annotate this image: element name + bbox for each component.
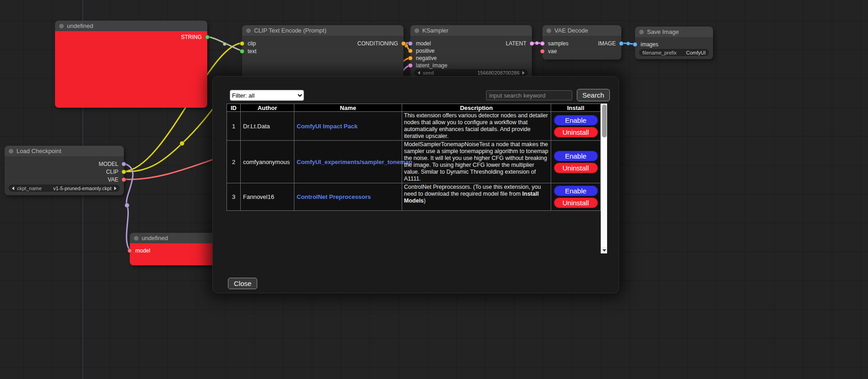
extension-link[interactable]: ControlNet Preprocessors bbox=[297, 193, 371, 200]
output-row-image: IMAGE bbox=[542, 40, 621, 47]
node-load-checkpoint[interactable]: Load Checkpoint MODEL CLIP VAE ckpt_name… bbox=[5, 146, 124, 195]
widget-next-icon[interactable] bbox=[114, 187, 116, 190]
node-header[interactable]: Load Checkpoint bbox=[5, 146, 124, 156]
vae-output-port[interactable] bbox=[122, 177, 126, 182]
enable-button[interactable]: Enable bbox=[554, 115, 598, 126]
reroute-dot[interactable] bbox=[626, 42, 630, 45]
extension-author: comfyanonymous bbox=[241, 141, 294, 183]
widget-label: ckpt_name bbox=[17, 186, 42, 191]
port-label: LATENT bbox=[506, 40, 526, 47]
latent-image-input-port[interactable] bbox=[408, 63, 413, 68]
model-output-port[interactable] bbox=[122, 162, 126, 166]
input-row-negative: negative bbox=[410, 55, 477, 61]
filename-prefix-widget[interactable]: filename_prefix ComfyUI bbox=[639, 49, 709, 56]
reroute-dot[interactable] bbox=[180, 141, 184, 146]
seed-widget[interactable]: seed 156680208700286 bbox=[415, 69, 528, 76]
scroll-down-icon bbox=[603, 249, 606, 252]
node-collapse-dot-icon[interactable] bbox=[415, 28, 419, 33]
negative-input-port[interactable] bbox=[408, 56, 413, 60]
reroute-dot[interactable] bbox=[223, 42, 227, 46]
extension-author: Fannovel16 bbox=[241, 183, 294, 211]
description-text: This extension offers various detector n… bbox=[404, 112, 548, 139]
node-header[interactable]: undefined bbox=[55, 21, 207, 31]
description-text: ModelSamplerTonemapNoiseTest a node that… bbox=[404, 141, 548, 182]
uninstall-button[interactable]: Uninstall bbox=[554, 127, 598, 137]
port-label: CONDITIONING bbox=[357, 40, 398, 47]
node-collapse-dot-icon[interactable] bbox=[134, 236, 138, 241]
output-row-conditioning: CONDITIONING bbox=[242, 40, 404, 47]
node-undefined-top[interactable]: undefined STRING bbox=[55, 21, 207, 108]
node-title: undefined bbox=[67, 22, 93, 29]
extensions-table: ID Author Name Description Install 1 Dr.… bbox=[227, 104, 601, 211]
uninstall-button[interactable]: Uninstall bbox=[554, 163, 598, 173]
extension-row: 1 Dr.Lt.Data ComfyUI Impact Pack This ex… bbox=[227, 112, 601, 141]
extension-link[interactable]: ComfyUI Impact Pack bbox=[297, 123, 358, 130]
header-author: Author bbox=[241, 104, 294, 112]
node-vae-decode[interactable]: VAE Decode samples vae IMAGE bbox=[542, 25, 621, 60]
extension-id: 2 bbox=[227, 141, 241, 183]
description-suffix: ) bbox=[424, 198, 426, 204]
node-header[interactable]: CLIP Text Encode (Prompt) bbox=[242, 25, 404, 36]
header-description: Description bbox=[402, 104, 551, 112]
filter-select[interactable]: Filter: all bbox=[230, 90, 304, 101]
node-collapse-dot-icon[interactable] bbox=[547, 28, 551, 33]
node-header[interactable]: Save Image bbox=[635, 27, 713, 37]
vae-input-port[interactable] bbox=[540, 49, 545, 54]
reroute-dot[interactable] bbox=[535, 41, 539, 45]
extensions-table-scroll-area[interactable]: ID Author Name Description Install 1 Dr.… bbox=[227, 104, 607, 253]
widget-value: 156680208700286 bbox=[477, 70, 520, 76]
ckpt-name-widget[interactable]: ckpt_name v1-5-pruned-emaonly.ckpt bbox=[9, 185, 120, 192]
port-label: images bbox=[641, 41, 658, 48]
header-id: ID bbox=[227, 104, 241, 112]
enable-button[interactable]: Enable bbox=[554, 151, 598, 161]
widget-label: filename_prefix bbox=[642, 50, 677, 55]
positive-input-port[interactable] bbox=[408, 49, 413, 53]
model-input-port[interactable] bbox=[127, 248, 132, 253]
node-collapse-dot-icon[interactable] bbox=[9, 149, 13, 154]
output-row-model: MODEL bbox=[5, 160, 124, 167]
text-input-port[interactable] bbox=[240, 49, 244, 54]
port-label: IMAGE bbox=[598, 40, 616, 47]
node-collapse-dot-icon[interactable] bbox=[59, 24, 64, 28]
widget-prev-icon[interactable] bbox=[12, 187, 14, 190]
scrollbar-track[interactable] bbox=[601, 104, 607, 253]
node-collapse-dot-icon[interactable] bbox=[639, 30, 644, 34]
clip-output-port[interactable] bbox=[122, 170, 126, 174]
node-title: Save Image bbox=[647, 28, 679, 35]
widget-value: ComfyUI bbox=[686, 50, 706, 55]
conditioning-output-port[interactable] bbox=[401, 41, 406, 46]
node-body: samples vae IMAGE bbox=[542, 36, 621, 60]
node-header[interactable]: KSampler bbox=[410, 25, 532, 36]
reroute-dot[interactable] bbox=[125, 203, 129, 208]
node-header[interactable]: VAE Decode bbox=[542, 25, 621, 36]
widget-label: seed bbox=[423, 70, 434, 76]
widget-prev-icon[interactable] bbox=[418, 71, 420, 75]
enable-button[interactable]: Enable bbox=[554, 186, 598, 196]
port-label: text bbox=[248, 48, 256, 55]
port-label: CLIP bbox=[106, 169, 118, 175]
close-button[interactable]: Close bbox=[228, 278, 257, 289]
node-title: KSampler bbox=[422, 27, 448, 34]
node-save-image[interactable]: Save Image images filename_prefix ComfyU… bbox=[635, 27, 713, 59]
node-body: images filename_prefix ComfyUI bbox=[635, 37, 713, 59]
search-input[interactable] bbox=[486, 90, 572, 100]
port-label: vae bbox=[548, 48, 557, 55]
node-title: VAE Decode bbox=[554, 27, 588, 34]
string-output-port[interactable] bbox=[205, 35, 210, 39]
search-button[interactable]: Search bbox=[577, 89, 610, 101]
extension-link[interactable]: ComfyUI_experiments/sampler_tonemap bbox=[297, 159, 412, 165]
widget-value: v1-5-pruned-emaonly.ckpt bbox=[53, 186, 111, 191]
extension-row: 3 Fannovel16 ControlNet Preprocessors Co… bbox=[227, 183, 601, 211]
scrollbar-down-button[interactable] bbox=[601, 247, 607, 253]
scrollbar-thumb[interactable] bbox=[602, 104, 607, 137]
latent-output-port[interactable] bbox=[530, 41, 534, 46]
port-label: positive bbox=[416, 48, 435, 54]
node-collapse-dot-icon[interactable] bbox=[246, 28, 251, 33]
uninstall-button[interactable]: Uninstall bbox=[554, 198, 598, 208]
images-input-port[interactable] bbox=[633, 42, 637, 47]
node-title: Load Checkpoint bbox=[17, 148, 61, 154]
image-output-port[interactable] bbox=[619, 41, 624, 46]
input-row-positive: positive bbox=[410, 47, 477, 54]
port-label: model bbox=[135, 247, 150, 254]
widget-next-icon[interactable] bbox=[522, 71, 525, 75]
